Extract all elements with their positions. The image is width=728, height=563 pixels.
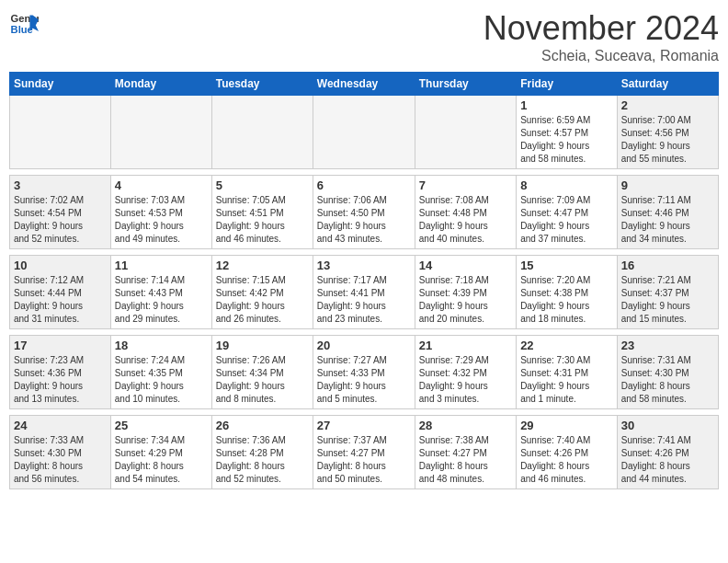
table-row: 20Sunrise: 7:27 AM Sunset: 4:33 PM Dayli… — [313, 336, 415, 409]
table-row — [415, 96, 516, 169]
day-number: 4 — [115, 178, 208, 192]
table-row: 28Sunrise: 7:38 AM Sunset: 4:27 PM Dayli… — [415, 416, 516, 489]
day-number: 22 — [520, 339, 613, 352]
header: General Blue November 2024 Scheia, Sucea… — [9, 9, 719, 64]
day-number: 26 — [216, 419, 309, 432]
calendar-week-row: 3Sunrise: 7:02 AM Sunset: 4:54 PM Daylig… — [10, 176, 719, 249]
table-row: 19Sunrise: 7:26 AM Sunset: 4:34 PM Dayli… — [211, 336, 313, 409]
table-row — [110, 96, 211, 169]
day-info: Sunrise: 7:29 AM Sunset: 4:32 PM Dayligh… — [419, 354, 512, 406]
day-info: Sunrise: 7:17 AM Sunset: 4:41 PM Dayligh… — [317, 274, 411, 326]
day-number: 25 — [115, 419, 208, 432]
logo-icon: General Blue — [9, 9, 39, 39]
day-number: 7 — [419, 178, 512, 192]
day-number: 15 — [520, 259, 613, 272]
day-number: 23 — [621, 339, 714, 352]
table-row: 12Sunrise: 7:15 AM Sunset: 4:42 PM Dayli… — [211, 256, 313, 329]
row-separator — [10, 409, 719, 416]
table-row — [211, 96, 313, 169]
day-info: Sunrise: 7:18 AM Sunset: 4:39 PM Dayligh… — [419, 274, 512, 326]
day-info: Sunrise: 7:06 AM Sunset: 4:50 PM Dayligh… — [317, 194, 411, 246]
day-number: 17 — [14, 339, 107, 352]
day-number: 30 — [621, 419, 714, 432]
day-number: 29 — [520, 419, 613, 432]
day-info: Sunrise: 7:02 AM Sunset: 4:54 PM Dayligh… — [14, 194, 107, 246]
table-row: 1Sunrise: 6:59 AM Sunset: 4:57 PM Daylig… — [517, 96, 618, 169]
day-info: Sunrise: 7:03 AM Sunset: 4:53 PM Dayligh… — [115, 194, 208, 246]
day-info: Sunrise: 7:00 AM Sunset: 4:56 PM Dayligh… — [621, 114, 714, 166]
day-info: Sunrise: 7:08 AM Sunset: 4:48 PM Dayligh… — [419, 194, 512, 246]
row-separator — [10, 169, 719, 176]
day-info: Sunrise: 7:40 AM Sunset: 4:26 PM Dayligh… — [520, 434, 613, 486]
table-row: 22Sunrise: 7:30 AM Sunset: 4:31 PM Dayli… — [517, 336, 618, 409]
col-saturday: Saturday — [617, 73, 718, 96]
day-number: 1 — [520, 98, 613, 112]
table-row: 7Sunrise: 7:08 AM Sunset: 4:48 PM Daylig… — [415, 176, 516, 249]
calendar-week-row: 10Sunrise: 7:12 AM Sunset: 4:44 PM Dayli… — [10, 256, 719, 329]
day-number: 8 — [520, 178, 613, 192]
page: General Blue November 2024 Scheia, Sucea… — [0, 0, 728, 563]
table-row: 2Sunrise: 7:00 AM Sunset: 4:56 PM Daylig… — [617, 96, 718, 169]
day-info: Sunrise: 7:14 AM Sunset: 4:43 PM Dayligh… — [115, 274, 208, 326]
table-row: 16Sunrise: 7:21 AM Sunset: 4:37 PM Dayli… — [617, 256, 718, 329]
day-info: Sunrise: 7:38 AM Sunset: 4:27 PM Dayligh… — [419, 434, 512, 486]
day-number: 28 — [419, 419, 512, 432]
day-info: Sunrise: 7:23 AM Sunset: 4:36 PM Dayligh… — [14, 354, 107, 406]
table-row: 9Sunrise: 7:11 AM Sunset: 4:46 PM Daylig… — [617, 176, 718, 249]
day-number: 5 — [216, 178, 309, 192]
table-row: 11Sunrise: 7:14 AM Sunset: 4:43 PM Dayli… — [110, 256, 211, 329]
table-row: 3Sunrise: 7:02 AM Sunset: 4:54 PM Daylig… — [10, 176, 111, 249]
table-row: 18Sunrise: 7:24 AM Sunset: 4:35 PM Dayli… — [110, 336, 211, 409]
day-info: Sunrise: 7:12 AM Sunset: 4:44 PM Dayligh… — [14, 274, 107, 326]
calendar: Sunday Monday Tuesday Wednesday Thursday… — [9, 72, 719, 489]
table-row: 4Sunrise: 7:03 AM Sunset: 4:53 PM Daylig… — [110, 176, 211, 249]
location: Scheia, Suceava, Romania — [483, 48, 719, 64]
day-info: Sunrise: 7:36 AM Sunset: 4:28 PM Dayligh… — [216, 434, 309, 486]
day-info: Sunrise: 7:24 AM Sunset: 4:35 PM Dayligh… — [115, 354, 208, 406]
day-number: 9 — [621, 178, 714, 192]
table-row: 5Sunrise: 7:05 AM Sunset: 4:51 PM Daylig… — [211, 176, 313, 249]
table-row: 17Sunrise: 7:23 AM Sunset: 4:36 PM Dayli… — [10, 336, 111, 409]
day-number: 3 — [14, 178, 107, 192]
table-row — [313, 96, 415, 169]
col-thursday: Thursday — [415, 73, 516, 96]
title-block: November 2024 Scheia, Suceava, Romania — [483, 9, 719, 64]
day-info: Sunrise: 7:31 AM Sunset: 4:30 PM Dayligh… — [621, 354, 714, 406]
table-row: 29Sunrise: 7:40 AM Sunset: 4:26 PM Dayli… — [517, 416, 618, 489]
calendar-week-row: 17Sunrise: 7:23 AM Sunset: 4:36 PM Dayli… — [10, 336, 719, 409]
col-tuesday: Tuesday — [211, 73, 313, 96]
day-info: Sunrise: 7:21 AM Sunset: 4:37 PM Dayligh… — [621, 274, 714, 326]
table-row: 15Sunrise: 7:20 AM Sunset: 4:38 PM Dayli… — [517, 256, 618, 329]
day-number: 18 — [115, 339, 208, 352]
day-info: Sunrise: 7:05 AM Sunset: 4:51 PM Dayligh… — [216, 194, 309, 246]
day-number: 19 — [216, 339, 309, 352]
day-number: 6 — [317, 178, 411, 192]
table-row: 10Sunrise: 7:12 AM Sunset: 4:44 PM Dayli… — [10, 256, 111, 329]
day-number: 2 — [621, 98, 714, 112]
table-row: 21Sunrise: 7:29 AM Sunset: 4:32 PM Dayli… — [415, 336, 516, 409]
row-separator — [10, 329, 719, 336]
day-number: 12 — [216, 259, 309, 272]
table-row: 6Sunrise: 7:06 AM Sunset: 4:50 PM Daylig… — [313, 176, 415, 249]
day-number: 21 — [419, 339, 512, 352]
col-wednesday: Wednesday — [313, 73, 415, 96]
table-row: 26Sunrise: 7:36 AM Sunset: 4:28 PM Dayli… — [211, 416, 313, 489]
calendar-header-row: Sunday Monday Tuesday Wednesday Thursday… — [10, 73, 719, 96]
day-info: Sunrise: 7:15 AM Sunset: 4:42 PM Dayligh… — [216, 274, 309, 326]
row-separator — [10, 249, 719, 256]
table-row: 27Sunrise: 7:37 AM Sunset: 4:27 PM Dayli… — [313, 416, 415, 489]
col-friday: Friday — [517, 73, 618, 96]
day-info: Sunrise: 7:41 AM Sunset: 4:26 PM Dayligh… — [621, 434, 714, 486]
day-number: 20 — [317, 339, 411, 352]
day-info: Sunrise: 7:37 AM Sunset: 4:27 PM Dayligh… — [317, 434, 411, 486]
day-info: Sunrise: 6:59 AM Sunset: 4:57 PM Dayligh… — [520, 114, 613, 166]
day-number: 14 — [419, 259, 512, 272]
day-info: Sunrise: 7:30 AM Sunset: 4:31 PM Dayligh… — [520, 354, 613, 406]
logo: General Blue — [9, 9, 39, 39]
day-info: Sunrise: 7:26 AM Sunset: 4:34 PM Dayligh… — [216, 354, 309, 406]
svg-text:Blue: Blue — [11, 24, 33, 35]
table-row: 13Sunrise: 7:17 AM Sunset: 4:41 PM Dayli… — [313, 256, 415, 329]
day-number: 24 — [14, 419, 107, 432]
day-number: 10 — [14, 259, 107, 272]
col-sunday: Sunday — [10, 73, 111, 96]
